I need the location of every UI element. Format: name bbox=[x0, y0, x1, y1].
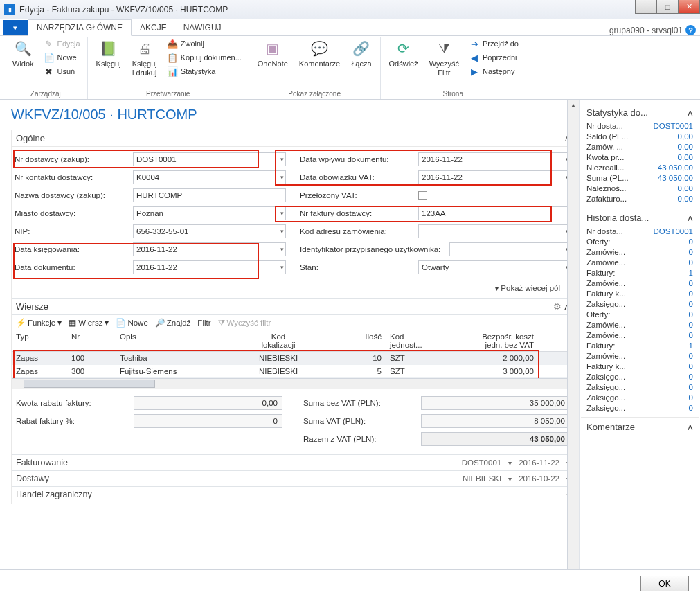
magnifier-icon: 🔍 bbox=[13, 39, 33, 58]
horizontal-scrollbar[interactable] bbox=[12, 378, 574, 389]
fasttab-ogolne-header[interactable]: Ogólneʌ bbox=[12, 130, 574, 147]
show-more-fields[interactable]: ▾ Pokaż więcej pól bbox=[12, 281, 574, 298]
tab-nawiguj[interactable]: NAWIGUJ bbox=[175, 20, 230, 35]
wyczysc-filtr-line[interactable]: ⧩ Wyczyść filtr bbox=[218, 319, 271, 328]
delete-action[interactable]: ✖Usuń bbox=[42, 65, 82, 78]
factbox-row[interactable]: Zamówie...0 bbox=[586, 257, 693, 267]
factbox-row[interactable]: Nr dosta...DOST0001 bbox=[586, 121, 693, 131]
footer: OK bbox=[0, 569, 700, 597]
tab-home[interactable]: NARZĘDZIA GŁÓWNE bbox=[28, 19, 132, 36]
post-print-button[interactable]: 🖨 Księguj i drukuj bbox=[129, 37, 160, 78]
stan-field[interactable]: Otwarty▾ bbox=[418, 260, 571, 274]
factbox-row[interactable]: Zaksięgo...0 bbox=[586, 298, 693, 309]
znajdz-line[interactable]: 🔎 Znajdź bbox=[155, 318, 191, 328]
nowe-line[interactable]: 📄 Nowe bbox=[116, 318, 147, 328]
przelozony-checkbox[interactable] bbox=[418, 191, 427, 200]
ident-field[interactable]: ▾ bbox=[449, 242, 571, 256]
edit-action[interactable]: ✎Edycja bbox=[42, 37, 82, 50]
nr-dostawcy-field[interactable]: DOST0001▾ bbox=[133, 152, 286, 166]
goto-action[interactable]: ➔Przejdź do bbox=[467, 37, 520, 50]
factbox-row[interactable]: Zaksięgo...0 bbox=[586, 402, 693, 413]
factbox-row[interactable]: Faktury:1 bbox=[586, 267, 693, 278]
arrow-left-icon: ◀ bbox=[469, 52, 480, 63]
links-button[interactable]: 🔗 Łącza bbox=[348, 37, 374, 70]
factbox-row[interactable]: Zafakturo...0,00 bbox=[586, 193, 693, 204]
new-action[interactable]: 📄Nowe bbox=[42, 51, 82, 64]
minimize-button[interactable]: — bbox=[635, 0, 657, 14]
factbox-row[interactable]: Faktury k...0 bbox=[586, 288, 693, 298]
factbox-row[interactable]: Zamówie...0 bbox=[586, 247, 693, 257]
copy-doc-action[interactable]: 📋Kopiuj dokumen... bbox=[165, 51, 243, 64]
factbox-row[interactable]: Nr dosta...DOST0001 bbox=[586, 226, 693, 236]
factbox-row[interactable]: Zamów. ...0,00 bbox=[586, 141, 693, 152]
data-wplywu-field[interactable]: 2016-11-22▾ bbox=[418, 152, 571, 166]
ok-button[interactable]: OK bbox=[640, 576, 689, 591]
factbox-row[interactable]: Zamówie...0 bbox=[586, 330, 693, 340]
release-action[interactable]: 📤Zwolnij bbox=[165, 37, 243, 50]
suma-vat-field: 8 050,00 bbox=[421, 414, 570, 428]
help-icon[interactable]: ? bbox=[685, 25, 696, 35]
file-menu[interactable]: ▾ bbox=[3, 20, 28, 35]
next-action[interactable]: ▶Następny bbox=[467, 65, 520, 78]
rabat-pct-field[interactable]: 0 bbox=[134, 414, 282, 428]
fasttab-wiersze-header[interactable]: Wiersze ⚙ ʌ bbox=[12, 298, 574, 315]
view-button[interactable]: 🔍 Widok bbox=[10, 37, 37, 78]
filtr-line[interactable]: Filtr bbox=[197, 319, 210, 327]
data-dok-field[interactable]: 2016-11-22▾ bbox=[133, 260, 286, 274]
factbox-stat-header[interactable]: Statystyka do...ʌ bbox=[586, 105, 693, 121]
previous-action[interactable]: ◀Poprzedni bbox=[467, 51, 520, 64]
nip-field[interactable]: 656-332-55-01▾ bbox=[133, 224, 286, 238]
factbox-row[interactable]: Kwota pr...0,00 bbox=[586, 152, 693, 162]
kwota-rabatu-field[interactable]: 0,00 bbox=[134, 396, 282, 410]
factbox-row[interactable]: Oferty:0 bbox=[586, 309, 693, 319]
post-button[interactable]: 📗 Księguj bbox=[93, 37, 124, 78]
fasttab-fakturowanie[interactable]: Fakturowanie DOST0001▾2016-11-22▾ bbox=[12, 454, 574, 470]
comments-button[interactable]: 💬 Komentarze bbox=[296, 37, 343, 70]
factbox-row[interactable]: Oferty:0 bbox=[586, 236, 693, 247]
suma-bez-field: 35 000,00 bbox=[421, 396, 570, 410]
maximize-button[interactable]: □ bbox=[656, 0, 679, 14]
fasttab-handel[interactable]: Handel zagraniczny ▾ bbox=[12, 486, 574, 502]
factbox-row[interactable]: Zaksięgo...0 bbox=[586, 392, 693, 402]
copy-icon: 📋 bbox=[167, 52, 178, 63]
ogolne-form: Nr dostawcy (zakup):DOST0001▾ Nr kontakt… bbox=[12, 147, 574, 281]
factbox-row[interactable]: Zamówie...0 bbox=[586, 278, 693, 288]
funkcje-menu[interactable]: ⚡ Funkcje ▾ bbox=[16, 318, 62, 328]
factbox-row[interactable]: Faktury k...0 bbox=[586, 361, 693, 371]
factbox-row[interactable]: Zaksięgo...0 bbox=[586, 371, 693, 382]
onenote-button[interactable]: ▣ OneNote bbox=[255, 37, 291, 70]
factbox-row[interactable]: Saldo (PL...0,00 bbox=[586, 131, 693, 141]
wiersz-menu[interactable]: ▦ Wiersz ▾ bbox=[69, 318, 109, 328]
factbox-komentarze-header[interactable]: Komentarzeʌ bbox=[586, 419, 693, 435]
factbox-row[interactable]: Zaksięgo...0 bbox=[586, 382, 693, 392]
factbox-row[interactable]: Zamówie...0 bbox=[586, 319, 693, 330]
factbox-row[interactable]: Suma (PL...43 050,00 bbox=[586, 172, 693, 183]
refresh-button[interactable]: ⟳ Odśwież bbox=[386, 37, 421, 78]
factbox-hist-header[interactable]: Historia dosta...ʌ bbox=[586, 210, 693, 226]
table-row[interactable]: Zapas100ToshibaNIEBIESKI10SZT2 000,00 bbox=[12, 352, 574, 365]
table-row[interactable]: Zapas300Fujitsu-SiemensNIEBIESKI5SZT3 00… bbox=[12, 365, 574, 378]
data-vat-field[interactable]: 2016-11-22▾ bbox=[418, 170, 571, 184]
nazwa-field[interactable]: HURTCOMP bbox=[133, 188, 286, 202]
page-title: WKFVZ/10/005 · HURTCOMP bbox=[11, 107, 575, 123]
nr-faktury-field[interactable]: 123AA bbox=[418, 206, 571, 220]
factbox-row[interactable]: Faktury:1 bbox=[586, 340, 693, 350]
factbox-row[interactable]: Zamówie...0 bbox=[586, 350, 693, 361]
close-button[interactable]: ✕ bbox=[678, 0, 700, 14]
clear-filter-button[interactable]: ⧩ Wyczyść Filtr bbox=[427, 37, 462, 78]
fasttab-dostawy[interactable]: Dostawy NIEBIESKI▾2016-10-22▾ bbox=[12, 470, 574, 486]
lines-toolbar: ⚡ Funkcje ▾ ▦ Wiersz ▾ 📄 Nowe 🔎 Znajdź F… bbox=[12, 315, 574, 330]
factbox-row[interactable]: Niezreali...43 050,00 bbox=[586, 162, 693, 172]
lines-grid[interactable]: Typ Nr Opis Kod lokalizacji Ilość Kod je… bbox=[12, 330, 574, 378]
nr-kontaktu-field[interactable]: K0004▾ bbox=[133, 170, 286, 184]
miasto-field[interactable]: Poznań▾ bbox=[133, 206, 286, 220]
window-title: Edycja - Faktura zakupu - WKFVZ/10/005 ·… bbox=[19, 5, 228, 15]
tab-akcje[interactable]: AKCJE bbox=[132, 20, 175, 35]
vertical-scrollbar[interactable]: ▲ bbox=[567, 100, 579, 569]
data-ksieg-field[interactable]: 2016-11-22▾ bbox=[133, 242, 286, 256]
factbox-row[interactable]: Należnoś...0,00 bbox=[586, 183, 693, 193]
kod-adresu-field[interactable]: ▾ bbox=[418, 224, 571, 238]
gear-icon[interactable]: ⚙ bbox=[553, 301, 562, 312]
statistics-action[interactable]: 📊Statystyka bbox=[165, 65, 243, 78]
content-area: WKFVZ/10/005 · HURTCOMP Ogólneʌ Nr dosta… bbox=[0, 100, 579, 569]
